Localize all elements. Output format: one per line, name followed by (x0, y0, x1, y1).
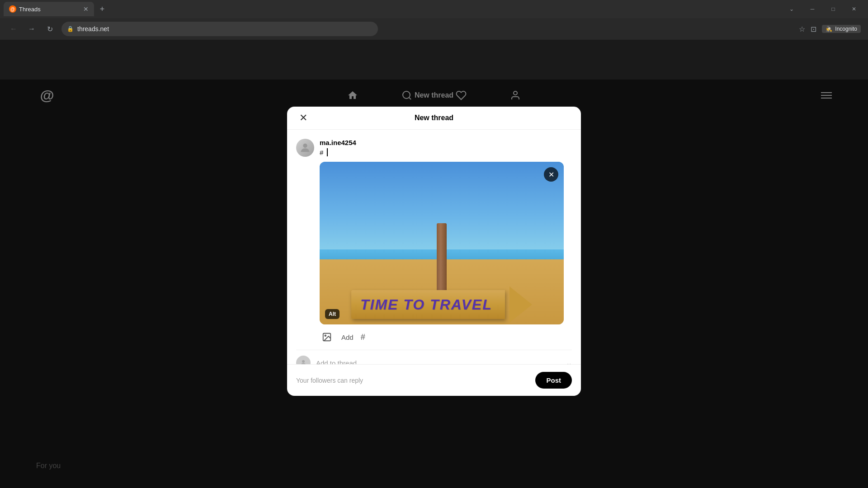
thread-composer: ma.ine4254 # (296, 139, 572, 350)
followers-can-reply-text: Your followers can reply (296, 377, 363, 384)
browser-chrome: @ Threads ✕ + ⌄ ─ □ ✕ ← → ↻ 🔒 threads.ne… (0, 0, 868, 40)
tab-bar: @ Threads ✕ + ⌄ ─ □ ✕ (0, 0, 868, 18)
arrow-tip (509, 286, 532, 323)
modal-header: ✕ New thread (287, 107, 581, 130)
thread-text-content[interactable]: # (320, 149, 323, 156)
add-thread-avatar-icon (299, 359, 307, 364)
tab-title: Threads (19, 6, 41, 13)
minimize-button[interactable]: ─ (802, 2, 823, 16)
address-bar-actions: ☆ ⊡ 🕵 Incognito (799, 25, 861, 33)
alt-text-button[interactable]: Alt (325, 309, 340, 319)
star-icon[interactable]: ☆ (799, 25, 805, 33)
maximize-button[interactable]: □ (823, 2, 844, 16)
remove-image-button[interactable]: ✕ (544, 167, 558, 182)
text-cursor (327, 148, 328, 156)
tab-dropdown-button[interactable]: ⌄ (781, 2, 802, 16)
refresh-button[interactable]: ↻ (43, 23, 56, 35)
address-bar: ← → ↻ 🔒 threads.net ☆ ⊡ 🕵 Incognito (0, 18, 868, 40)
sign-post: TIME TO TRAVEL (351, 264, 532, 300)
travel-image: TIME TO TRAVEL (320, 162, 564, 324)
thread-input-area: # (320, 148, 572, 156)
hashtag-button[interactable]: # (361, 333, 365, 342)
forward-button[interactable]: → (25, 23, 38, 35)
add-thread-placeholder[interactable]: Add to thread (316, 359, 357, 365)
sign-text: TIME TO TRAVEL (360, 296, 492, 313)
add-media-button[interactable] (320, 330, 334, 344)
url-text: threads.net (77, 25, 109, 33)
svg-point-6 (302, 360, 305, 363)
tab-close-button[interactable]: ✕ (83, 5, 89, 13)
tab-favicon: @ (9, 5, 16, 13)
window-controls: ⌄ ─ □ ✕ (781, 2, 864, 16)
attached-image-container: TIME TO TRAVEL ✕ Alt (320, 162, 564, 324)
post-button[interactable]: Post (535, 372, 572, 389)
new-tab-button[interactable]: + (96, 3, 108, 15)
add-to-thread-row: Add to thread ⌄ (296, 350, 572, 364)
avatar-placeholder (296, 139, 314, 157)
url-bar[interactable]: 🔒 threads.net (61, 22, 378, 36)
svg-point-3 (303, 144, 307, 148)
modal-footer: Your followers can reply Post (287, 364, 581, 396)
modal-body: ma.ine4254 # (287, 130, 581, 364)
add-thread-avatar (296, 356, 311, 364)
composer-right: ma.ine4254 # (320, 139, 572, 350)
active-tab[interactable]: @ Threads ✕ (4, 2, 94, 16)
modal-overlay[interactable]: ✕ New thread (0, 80, 868, 488)
avatar-icon (299, 141, 311, 154)
new-thread-modal: ✕ New thread (287, 107, 581, 396)
cast-icon[interactable]: ⊡ (811, 25, 816, 33)
add-media-icon (322, 332, 332, 342)
modal-title: New thread (415, 114, 453, 122)
add-label: Add (341, 333, 354, 341)
modal-close-button[interactable]: ✕ (296, 111, 311, 125)
incognito-icon: 🕵 (826, 26, 832, 32)
incognito-label: Incognito (835, 26, 857, 32)
lock-icon: 🔒 (67, 26, 74, 32)
arrow-sign: TIME TO TRAVEL (351, 286, 532, 323)
svg-point-5 (325, 335, 326, 336)
incognito-badge: 🕵 Incognito (822, 25, 861, 33)
composer-toolbar: Add # (320, 324, 572, 350)
app-background: @ New thread (0, 40, 868, 488)
back-button[interactable]: ← (7, 23, 20, 35)
username-label: ma.ine4254 (320, 139, 572, 146)
close-window-button[interactable]: ✕ (844, 2, 864, 16)
close-image-icon: ✕ (548, 170, 554, 179)
chevron-down-icon: ⌄ (566, 359, 572, 365)
user-avatar (296, 139, 314, 157)
